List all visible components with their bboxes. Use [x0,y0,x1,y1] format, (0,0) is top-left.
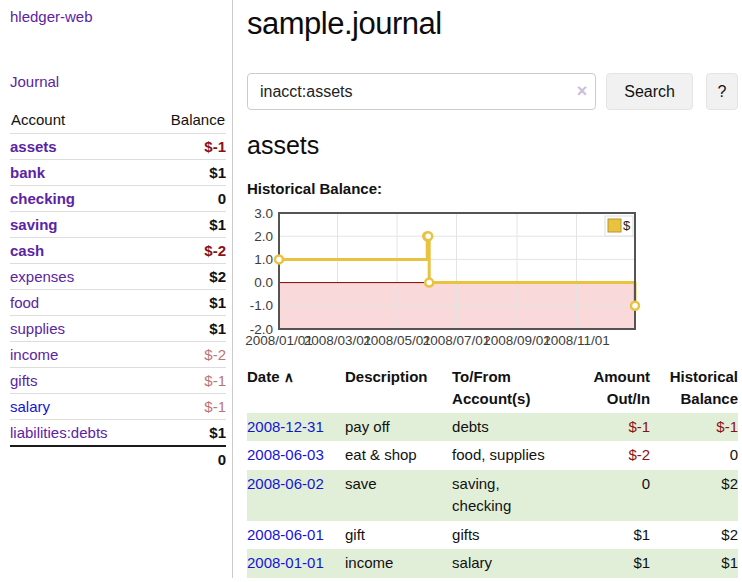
account-balance: $-1 [147,134,226,160]
accounts-total-row: 0 [10,446,226,472]
svg-text:2008/05/01: 2008/05/01 [363,333,431,348]
balance-chart[interactable]: $3.02.01.00.0-1.0-2.02008/01/012008/03/0… [247,208,738,350]
app-title-link[interactable]: hledger-web [10,8,93,25]
account-row: checking 0 [10,186,226,212]
account-balance: $1 [147,290,226,316]
search-input[interactable] [247,73,596,110]
transaction-date-link[interactable]: 2008-12-31 [247,418,324,435]
account-heading: assets [247,131,738,160]
account-link-supplies[interactable]: supplies [10,320,65,337]
svg-text:2008/07/01: 2008/07/01 [423,333,491,348]
transaction-accounts: salary [452,549,565,578]
transaction-description: income [345,549,452,578]
transaction-accounts: food, supplies [452,441,565,470]
journal-link[interactable]: Journal [10,73,59,90]
accounts-table: Account Balance assets $-1 bank $1 check… [10,107,226,472]
app-window: hledger-web Journal Account Balance asse… [0,0,742,578]
accounts-total-balance: 0 [147,446,226,472]
svg-text:-1.0: -1.0 [250,298,273,313]
register-row: 2008-12-31 pay off debts $-1 $-1 [247,413,738,442]
transaction-date-link[interactable]: 2008-06-02 [247,475,324,492]
transaction-description: pay off [345,413,452,442]
account-row: salary $-1 [10,394,226,420]
account-row: cash $-2 [10,238,226,264]
account-link-expenses[interactable]: expenses [10,268,74,285]
sidebar: hledger-web Journal Account Balance asse… [0,0,233,578]
accounts-header-balance: Balance [147,107,226,134]
register-header-balance: Historical Balance [650,363,738,413]
transaction-amount: $-2 [565,441,650,470]
transaction-date-link[interactable]: 2008-06-03 [247,446,324,463]
svg-text:1.0: 1.0 [254,252,273,267]
account-link-saving[interactable]: saving [10,216,58,233]
register-header-date[interactable]: Date ∧ [247,363,345,413]
accounts-header-account: Account [10,107,147,134]
account-link-salary[interactable]: salary [10,398,50,415]
transaction-balance: 0 [650,441,738,470]
transaction-balance: $2 [650,521,738,550]
account-link-checking[interactable]: checking [10,190,75,207]
chart-title: Historical Balance: [247,180,738,197]
account-link-liabilities-debts[interactable]: liabilities:debts [10,424,108,441]
account-balance: $-1 [147,368,226,394]
register-header-amount: Amount Out/In [565,363,650,413]
account-balance: $1 [147,316,226,342]
account-balance: 0 [147,186,226,212]
account-row: liabilities:debts $1 [10,420,226,447]
clear-search-icon[interactable]: × [577,81,588,101]
account-row: supplies $1 [10,316,226,342]
svg-text:3.0: 3.0 [254,206,273,221]
account-balance: $1 [147,160,226,186]
account-link-income[interactable]: income [10,346,58,363]
transaction-description: save [345,470,452,521]
help-button[interactable]: ? [706,73,738,110]
account-row: gifts $-1 [10,368,226,394]
account-row: expenses $2 [10,264,226,290]
account-balance: $1 [147,212,226,238]
svg-text:$: $ [623,218,631,233]
svg-text:2008/11/01: 2008/11/01 [543,333,610,348]
transaction-date-link[interactable]: 2008-01-01 [247,554,324,571]
app-title: hledger-web [10,8,226,25]
account-balance: $1 [147,420,226,447]
account-balance: $-2 [147,342,226,368]
register-header-description: Description [345,363,452,413]
transaction-balance: $2 [650,470,738,521]
register-row: 2008-01-01 income salary $1 $1 [247,549,738,578]
register-header-accounts: To/From Account(s) [452,363,565,413]
account-row: assets $-1 [10,134,226,160]
svg-text:2008/09/01: 2008/09/01 [483,333,551,348]
transaction-accounts: debts [452,413,565,442]
account-link-assets[interactable]: assets [10,138,57,155]
account-link-gifts[interactable]: gifts [10,372,38,389]
account-link-food[interactable]: food [10,294,39,311]
account-row: saving $1 [10,212,226,238]
page-title: sample.journal [247,6,738,42]
transaction-amount: $-1 [565,413,650,442]
register-table: Date ∧ Description To/From Account(s) Am… [247,363,738,578]
transaction-description: gift [345,521,452,550]
svg-text:0.0: 0.0 [254,275,273,290]
register-row: 2008-06-03 eat & shop food, supplies $-2… [247,441,738,470]
account-link-bank[interactable]: bank [10,164,45,181]
transaction-date-link[interactable]: 2008-06-01 [247,526,324,543]
register-header-row: Date ∧ Description To/From Account(s) Am… [247,363,738,413]
account-balance: $2 [147,264,226,290]
accounts-header-row: Account Balance [10,107,226,134]
search-form: × Search ? [247,73,738,110]
account-link-cash[interactable]: cash [10,242,44,259]
transaction-balance: $1 [650,549,738,578]
transaction-amount: $1 [565,549,650,578]
transaction-accounts: gifts [452,521,565,550]
account-balance: $-1 [147,394,226,420]
search-button[interactable]: Search [606,73,693,110]
transaction-accounts: saving, checking [452,470,565,521]
transaction-balance: $-1 [650,413,738,442]
journal-nav: Journal [10,73,226,90]
account-balance: $-2 [147,238,226,264]
sort-ascending-icon: ∧ [284,369,294,385]
transaction-amount: 0 [565,470,650,521]
main-content: sample.journal × Search ? assets Histori… [233,0,742,578]
account-row: bank $1 [10,160,226,186]
register-row: 2008-06-02 save saving, checking 0 $2 [247,470,738,521]
